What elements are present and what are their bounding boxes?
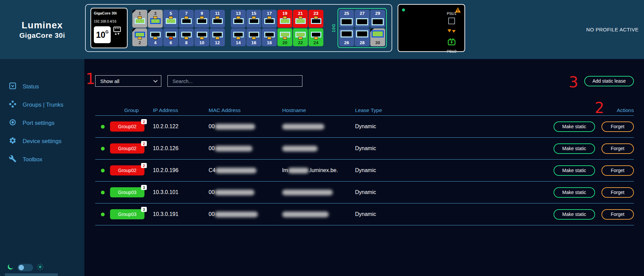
- group-badge-label: Group02: [118, 124, 136, 129]
- port-11[interactable]: 11: [210, 10, 225, 28]
- hostname: [282, 145, 355, 151]
- port-number: 6: [169, 40, 172, 46]
- sidebar-item-device-settings[interactable]: Device settings: [0, 132, 84, 150]
- port-tab-icon: [298, 37, 302, 39]
- port-9[interactable]: 9: [194, 10, 209, 28]
- port-connector-icon: [295, 32, 306, 37]
- column-header-mac: MAC Address: [209, 107, 282, 113]
- port-21[interactable]: 21: [293, 10, 308, 28]
- port-tab-icon: [200, 37, 204, 39]
- port-15[interactable]: 15: [246, 10, 261, 28]
- sidebar-item-status[interactable]: Status: [0, 78, 84, 96]
- port-5[interactable]: 5: [163, 10, 178, 28]
- make-static-button[interactable]: Make static: [554, 121, 595, 132]
- status-icon: [9, 82, 17, 91]
- airflow-icon: [447, 28, 456, 34]
- port-connector-icon: [356, 18, 368, 25]
- forget-button[interactable]: Forget: [601, 143, 634, 154]
- group-count-badge: 3: [141, 185, 147, 190]
- port-29[interactable]: 29: [370, 10, 385, 28]
- group-count-badge: 2: [141, 119, 147, 124]
- port-18[interactable]: 18: [262, 28, 277, 46]
- port-25[interactable]: 25: [339, 10, 354, 28]
- port-24[interactable]: 24: [308, 28, 323, 46]
- port-tab-icon: [283, 16, 287, 19]
- port-connector-icon: [233, 32, 244, 37]
- make-static-button[interactable]: Make static: [554, 165, 595, 176]
- port-number: 25: [344, 10, 349, 16]
- sidebar-item-groups-trunks[interactable]: Groups | Trunks: [0, 96, 84, 114]
- port-4[interactable]: 4: [148, 28, 163, 46]
- forget-button[interactable]: Forget: [601, 209, 634, 220]
- port-tab-icon: [236, 16, 240, 19]
- port-20[interactable]: 20: [277, 28, 292, 46]
- sidebar-item-port-settings[interactable]: Port settings: [0, 114, 84, 132]
- horizontal-scrollbar[interactable]: [5, 273, 58, 276]
- port-17[interactable]: 17: [262, 10, 277, 28]
- port-number: 28: [360, 40, 365, 46]
- search-input[interactable]: [167, 75, 302, 87]
- brand-name: Luminex: [22, 20, 63, 31]
- port-26[interactable]: 26: [339, 28, 354, 46]
- port-connector-icon: [295, 18, 306, 24]
- port-23[interactable]: 23: [308, 10, 323, 28]
- group-badge[interactable]: Group033: [110, 187, 144, 197]
- make-static-button[interactable]: Make static: [554, 143, 595, 154]
- port-14[interactable]: 14: [231, 28, 246, 46]
- theme-toggle[interactable]: [18, 264, 33, 271]
- show-all-select[interactable]: Show all: [95, 75, 161, 87]
- port-8[interactable]: 8: [179, 28, 194, 46]
- table-row: Group03310.3.0.10100DynamicMake staticFo…: [95, 182, 634, 203]
- switch-front-panel: GigaCore 30i 192.168.0.4/16 10G: [85, 4, 392, 52]
- port-corner-flag-icon: [148, 10, 152, 13]
- port-7[interactable]: 7: [179, 10, 194, 28]
- moon-icon: [7, 263, 14, 272]
- theme-toggle-knob[interactable]: [19, 265, 24, 270]
- make-static-button[interactable]: Make static: [554, 209, 595, 220]
- row-actions: Make staticForget: [543, 209, 634, 220]
- port-13[interactable]: 13: [231, 10, 246, 28]
- port-tab-icon: [267, 16, 271, 19]
- mac-address: 00: [209, 145, 282, 151]
- port-16[interactable]: 16: [246, 28, 261, 46]
- forget-button[interactable]: Forget: [601, 187, 634, 198]
- port-column: 1718: [262, 10, 277, 46]
- port-10[interactable]: 10: [194, 28, 209, 46]
- lease-type: Dynamic: [355, 123, 543, 130]
- make-static-button[interactable]: Make static: [554, 187, 595, 198]
- sfp-port-group: 10G252627282930: [331, 8, 387, 48]
- port-27[interactable]: 27: [355, 10, 370, 28]
- group-badge[interactable]: Group022: [110, 165, 144, 175]
- port-number: 10: [199, 40, 204, 46]
- device-ip: 192.168.0.4/16: [94, 20, 124, 23]
- port-column: 910: [194, 10, 209, 46]
- no-profile-active-status: NO PROFILE ACTIVE: [586, 27, 639, 32]
- port-30[interactable]: 30: [370, 28, 385, 46]
- port-28[interactable]: 28: [355, 28, 370, 46]
- forget-button[interactable]: Forget: [601, 165, 634, 176]
- group-badge[interactable]: Group022: [110, 121, 144, 132]
- port-tab-icon: [314, 37, 318, 39]
- port-2[interactable]: 2: [132, 28, 147, 46]
- sfp-group-border: 252627282930: [338, 8, 387, 48]
- port-number: 20: [283, 40, 287, 46]
- port-1[interactable]: 1: [132, 10, 147, 28]
- sidebar-item-toolbox[interactable]: Toolbox: [0, 150, 84, 169]
- port-12[interactable]: 12: [210, 28, 225, 46]
- brand-logo: Luminex GigaCore 30i: [0, 0, 84, 59]
- port-19[interactable]: 19: [277, 10, 292, 28]
- group-badge[interactable]: Group033: [110, 209, 144, 219]
- status-dot: [101, 191, 105, 194]
- forget-button[interactable]: Forget: [601, 121, 634, 132]
- add-static-lease-button[interactable]: Add static lease: [584, 76, 634, 86]
- port-connector-icon: [280, 32, 290, 37]
- port-number: 15: [251, 10, 256, 16]
- port-6[interactable]: 6: [163, 28, 178, 46]
- port-3[interactable]: 3: [148, 10, 163, 28]
- port-connector-icon: [135, 32, 145, 37]
- ip-address: 10.2.0.196: [153, 167, 209, 173]
- port-22[interactable]: 22: [293, 28, 308, 46]
- group-badge[interactable]: Group022: [110, 143, 144, 154]
- port-tab-icon: [236, 37, 240, 39]
- sidebar-item-label: Status: [23, 83, 39, 90]
